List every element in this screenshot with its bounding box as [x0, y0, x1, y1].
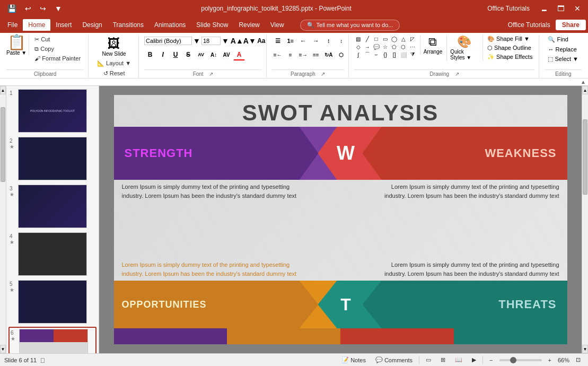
replace-button[interactable]: ↔ Replace [545, 45, 582, 54]
slide-thumb-1[interactable]: 1 POLYGON INFOGRAPHIC TOOLKIT [8, 88, 96, 134]
ribbon-expand-icon[interactable]: ▲ [581, 79, 586, 85]
menu-file[interactable]: File [2, 19, 23, 31]
undo-button[interactable]: ↩ [22, 3, 34, 14]
shape-curve-btn[interactable]: ∫ [354, 51, 363, 58]
shape-fill-button[interactable]: 🎨 Shape Fill ▼ [485, 35, 534, 43]
zoom-in-button[interactable]: + [545, 356, 555, 364]
scroll-down-arrow[interactable]: ▼ [0, 345, 6, 353]
align-center-button[interactable]: ≡ [285, 49, 296, 60]
customize-button[interactable]: ▼ [51, 3, 65, 14]
font-name-expand[interactable]: ▼ [193, 37, 200, 45]
maximize-button[interactable]: 🗖 [554, 3, 568, 14]
italic-button[interactable]: I [157, 49, 169, 60]
comments-button[interactable]: 💬 Comments [372, 355, 416, 364]
menu-home[interactable]: Home [23, 19, 50, 31]
shape-star-btn[interactable]: ☆ [381, 43, 390, 50]
menu-view[interactable]: View [265, 19, 289, 31]
strikethrough-button[interactable]: S [182, 49, 194, 60]
shape-arc-btn[interactable]: ⌣ [372, 51, 381, 58]
select-button[interactable]: ⬚ Select ▼ [545, 55, 582, 64]
tell-me-box[interactable]: 🔍 Tell me what you want to do... [300, 20, 400, 31]
shape-bracket-btn[interactable]: [] [390, 51, 399, 58]
shape-effects-button[interactable]: ✨ Shape Effects [485, 53, 534, 61]
arrange-button[interactable]: ⧉ Arrange [420, 35, 446, 55]
slide-thumb-3[interactable]: 3 ★ [8, 184, 96, 229]
office-tutorials-link[interactable]: Office Tutorials [487, 5, 530, 12]
office-tutorials-menu[interactable]: Office Tutorials [503, 21, 556, 29]
bullets-button[interactable]: ☰ [272, 35, 284, 47]
shape-more-btn[interactable]: ⋯ [408, 43, 417, 50]
shape-rect-btn[interactable]: □ [372, 35, 381, 42]
reset-button[interactable]: ↺ Reset [100, 69, 128, 78]
text-direction-button[interactable]: ↻A [323, 49, 335, 60]
shape-callout-btn[interactable]: 💬 [372, 43, 381, 50]
scroll-up-arrow[interactable]: ▲ [0, 86, 6, 94]
notes-button[interactable]: 📝 Notes [338, 355, 369, 364]
shape-triangle-btn[interactable]: △ [399, 35, 408, 42]
slide-thumb-4[interactable]: 4 ★ [8, 231, 96, 277]
share-button[interactable]: Share [556, 20, 586, 30]
fit-slide-button[interactable]: ⊡ [573, 355, 584, 364]
scroll-up-right[interactable]: ▲ [582, 86, 588, 94]
font-size-input[interactable] [201, 37, 221, 45]
menu-slideshow[interactable]: Slide Show [191, 19, 233, 31]
increase-indent-button[interactable]: → [310, 35, 322, 47]
smallcaps-button[interactable]: AV [195, 49, 207, 60]
minimize-button[interactable]: 🗕 [537, 3, 551, 14]
decrease-indent-button[interactable]: ← [297, 35, 309, 47]
close-button[interactable]: ✕ [571, 3, 584, 14]
slideshow-button[interactable]: ▶ [469, 355, 479, 364]
shape-select-btn[interactable]: ▧ [354, 35, 363, 42]
zoom-out-button[interactable]: − [486, 356, 496, 364]
font-color-button[interactable]: A [233, 49, 245, 60]
char-spacing-button[interactable]: AV [221, 49, 232, 60]
menu-review[interactable]: Review [233, 19, 265, 31]
shape-oval-btn[interactable]: ◯ [390, 35, 399, 42]
layout-button[interactable]: 📐 Layout ▼ [94, 59, 134, 68]
increase-font-button[interactable]: A▲ [230, 35, 242, 47]
zoom-slider[interactable] [499, 359, 542, 361]
shape-hexagon-btn[interactable]: ⬡ [399, 43, 408, 50]
font-size-expand[interactable]: ▼ [222, 37, 229, 45]
copy-button[interactable]: ⧉ Copy [31, 45, 84, 54]
shape-rtriangle-btn[interactable]: ◸ [408, 35, 417, 42]
underline-button[interactable]: U [170, 49, 181, 60]
shadow-button[interactable]: A↕ [208, 49, 220, 60]
align-left-button[interactable]: ≡← [272, 49, 284, 60]
columns-button[interactable]: ⫶ [323, 35, 335, 47]
find-button[interactable]: 🔍 Find [545, 35, 582, 44]
normal-view-button[interactable]: ▭ [423, 355, 434, 364]
paste-button[interactable]: 📋 Paste ▼ [6, 35, 29, 56]
reading-view-button[interactable]: 📖 [452, 355, 466, 364]
slide-thumb-6[interactable]: 6 ★ [8, 327, 96, 353]
slide-thumb-2[interactable]: 2 ★ [8, 136, 96, 181]
line-spacing-button[interactable]: ↕ [336, 35, 347, 47]
menu-transitions[interactable]: Transitions [108, 19, 149, 31]
slide-content[interactable]: SWOT ANALYSIS STRENGTH S WEAKNESS W Lore… [114, 95, 567, 344]
shape-outline-button[interactable]: ⬡ Shape Outline [485, 44, 534, 52]
decrease-font-button[interactable]: A▼ [243, 35, 254, 47]
scroll-handle-left[interactable] [1, 107, 5, 182]
slide-sorter-button[interactable]: ⊞ [437, 355, 449, 364]
shape-flowchart-btn[interactable]: ⬜ [399, 51, 408, 58]
shape-diamond-btn[interactable]: ◇ [354, 43, 363, 50]
shape-rounded-btn[interactable]: ▭ [381, 35, 390, 42]
redo-button[interactable]: ↪ [37, 3, 49, 14]
menu-insert[interactable]: Insert [50, 19, 77, 31]
clear-format-button[interactable]: Aa [256, 35, 267, 47]
align-right-button[interactable]: ≡→ [297, 49, 309, 60]
bold-button[interactable]: B [144, 49, 156, 60]
quick-styles-button[interactable]: 🎨 Quick Styles ▼ [446, 35, 481, 60]
cut-button[interactable]: ✂ Cut [31, 35, 84, 44]
shape-extra-btn[interactable]: ⧩ [408, 51, 417, 58]
justify-button[interactable]: ≡≡ [310, 49, 322, 60]
save-button[interactable]: 💾 [4, 3, 20, 14]
scroll-down-right[interactable]: ▼ [582, 345, 588, 353]
shape-arrow-btn[interactable]: → [363, 43, 372, 50]
slide-thumb-5[interactable]: 5 ★ [8, 279, 96, 325]
new-slide-button[interactable]: 🖼 New Slide [99, 35, 129, 58]
shape-brace-btn[interactable]: {} [381, 51, 390, 58]
scroll-handle-right[interactable] [583, 119, 587, 195]
shape-line-btn[interactable]: ╱ [363, 35, 372, 42]
font-name-input[interactable] [144, 37, 192, 45]
